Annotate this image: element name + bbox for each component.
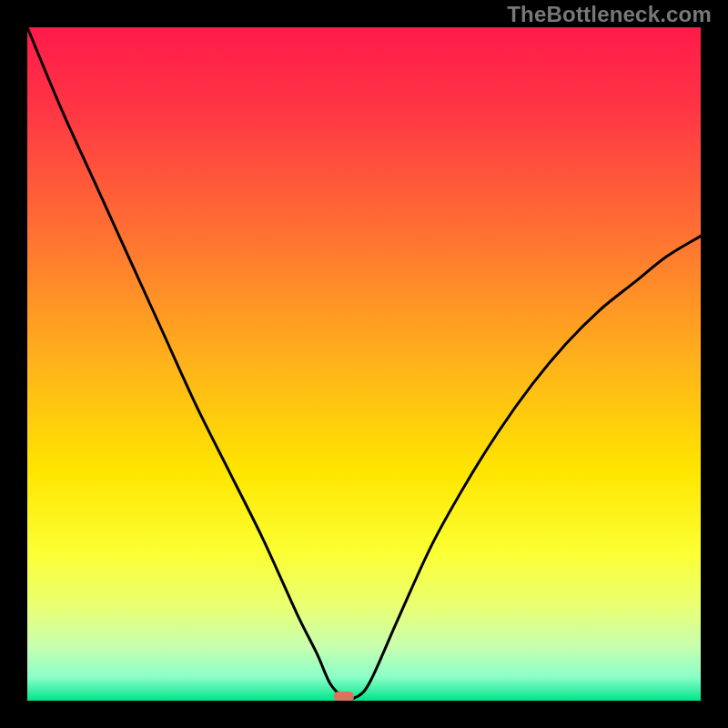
optimal-marker xyxy=(334,692,354,701)
plot-background xyxy=(27,27,701,701)
bottleneck-chart xyxy=(27,27,701,701)
chart-frame: TheBottleneck.com xyxy=(0,0,728,728)
watermark-text: TheBottleneck.com xyxy=(507,2,712,27)
